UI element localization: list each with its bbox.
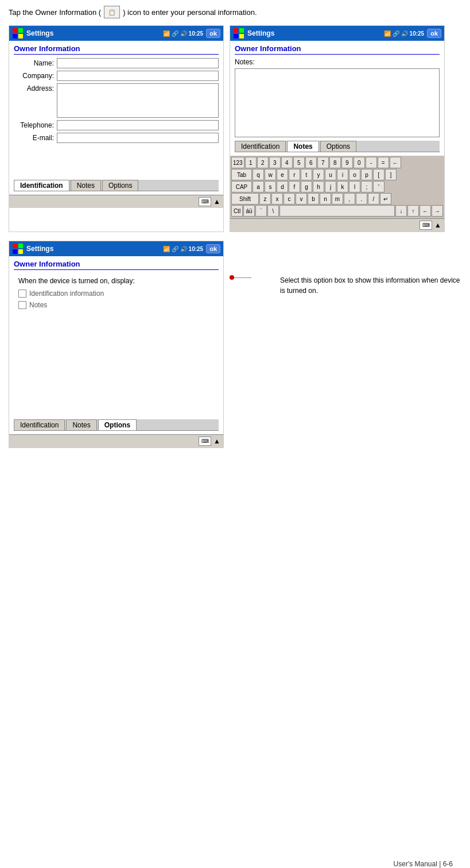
kb-key-y[interactable]: y — [313, 169, 324, 180]
keyboard-icon[interactable]: ⌨ — [199, 197, 211, 206]
kb-key-d[interactable]: d — [277, 181, 288, 192]
screen2-title: Settings — [247, 29, 384, 37]
screen3-tab-options[interactable]: Options — [98, 419, 137, 430]
kb-key-m[interactable]: m — [332, 193, 343, 205]
kb-key-period[interactable]: . — [356, 193, 367, 205]
company-input[interactable] — [57, 71, 219, 81]
kb-key-3[interactable]: 3 — [269, 157, 281, 168]
kb-key-z[interactable]: z — [259, 193, 271, 205]
kb-key-tab[interactable]: Tab — [231, 169, 252, 180]
kb-key-6[interactable]: 6 — [305, 157, 317, 168]
screen2-ok-button[interactable]: ok — [427, 29, 441, 38]
screen3-tab-notes[interactable]: Notes — [66, 419, 96, 430]
kb-key-left[interactable]: ← — [419, 205, 431, 217]
kb-key-x[interactable]: x — [271, 193, 283, 205]
svg-rect-9 — [18, 244, 23, 248]
kb-key-g[interactable]: g — [301, 181, 312, 192]
kb-key-l[interactable]: l — [349, 181, 360, 192]
screen3-scroll-up-icon[interactable]: ▲ — [213, 437, 220, 445]
screen3-ok-button[interactable]: ok — [206, 244, 220, 253]
screen1-body: Owner Information Name: Company: Address… — [9, 41, 223, 195]
screen1-tab-notes[interactable]: Notes — [71, 180, 101, 191]
name-input[interactable] — [57, 58, 219, 68]
kb-key-rbracket[interactable]: ] — [385, 169, 397, 180]
kb-key-b[interactable]: b — [308, 193, 319, 205]
kb-key-ctl[interactable]: Ctl — [231, 205, 243, 217]
kb-key-w[interactable]: w — [265, 169, 276, 180]
screen2-status: 📶 🔗 🔊 10:25 — [384, 30, 425, 37]
kb-key-v[interactable]: v — [296, 193, 307, 205]
kb-key-0[interactable]: 0 — [354, 157, 365, 168]
kb-key-8[interactable]: 8 — [329, 157, 341, 168]
svg-rect-6 — [234, 34, 238, 38]
screen3-keyboard-icon[interactable]: ⌨ — [199, 437, 211, 446]
screen2-tab-bar: Identification Notes Options — [235, 141, 440, 152]
kb-key-r[interactable]: r — [289, 169, 300, 180]
notes-textarea[interactable] — [235, 68, 440, 137]
screen2-windows-logo-icon — [233, 28, 244, 39]
kb-key-space[interactable] — [279, 205, 395, 217]
kb-key-backspace[interactable]: ← — [390, 157, 401, 168]
kb-key-1[interactable]: 1 — [245, 157, 257, 168]
kb-key-5[interactable]: 5 — [293, 157, 305, 168]
kb-key-2[interactable]: 2 — [257, 157, 269, 168]
screen2-scroll-up-icon[interactable]: ▲ — [434, 221, 441, 229]
kb-key-down[interactable]: ↓ — [395, 205, 407, 217]
kb-key-cap[interactable]: CAP — [231, 181, 252, 192]
scroll-up-icon[interactable]: ▲ — [213, 198, 220, 206]
kb-key-u[interactable]: u — [325, 169, 336, 180]
screen3-volume-icon: 🔊 — [180, 246, 187, 252]
kb-key-up[interactable]: ↑ — [407, 205, 419, 217]
kb-key-slash[interactable]: / — [368, 193, 379, 205]
kb-key-backtick[interactable]: ` — [255, 205, 267, 217]
kb-key-s[interactable]: s — [265, 181, 276, 192]
email-row: E-mail: — [14, 133, 219, 143]
kb-key-k[interactable]: k — [337, 181, 348, 192]
kb-key-enter[interactable]: ↵ — [380, 193, 391, 205]
kb-key-comma[interactable]: , — [344, 193, 355, 205]
kb-key-t[interactable]: t — [301, 169, 312, 180]
kb-key-9[interactable]: 9 — [341, 157, 353, 168]
screen1-titlebar: Settings 📶 🔗 🔊 10:25 ok — [9, 26, 223, 41]
kb-key-lbracket[interactable]: [ — [373, 169, 384, 180]
screen1-tab-options[interactable]: Options — [102, 180, 138, 191]
page-footer: User's Manual | 6-6 — [394, 860, 453, 868]
kb-key-right[interactable]: → — [432, 205, 443, 217]
screen3-network-icon: 🔗 — [172, 246, 178, 252]
kb-key-p[interactable]: p — [361, 169, 372, 180]
kb-key-h[interactable]: h — [313, 181, 324, 192]
screen3-tab-identification[interactable]: Identification — [14, 419, 65, 430]
kb-key-o[interactable]: o — [349, 169, 360, 180]
kb-key-i[interactable]: i — [337, 169, 348, 180]
kb-key-123[interactable]: 123 — [231, 157, 244, 168]
notes-checkbox[interactable] — [18, 301, 26, 309]
kb-key-minus[interactable]: - — [366, 157, 377, 168]
kb-key-c[interactable]: c — [283, 193, 295, 205]
address-input[interactable] — [57, 83, 219, 118]
kb-key-semicolon[interactable]: ; — [361, 181, 372, 192]
kb-key-7[interactable]: 7 — [317, 157, 329, 168]
kb-key-e[interactable]: e — [277, 169, 288, 180]
kb-key-accent[interactable]: áü — [243, 205, 255, 217]
email-input[interactable] — [57, 133, 219, 143]
screen2-tab-options[interactable]: Options — [320, 141, 356, 152]
screen2-keyboard-icon[interactable]: ⌨ — [419, 221, 432, 230]
kb-key-shift[interactable]: Shift — [231, 193, 259, 205]
kb-key-quote[interactable]: ' — [373, 181, 384, 192]
kb-row-4: Shift z x c v b n m , . / ↵ — [231, 193, 443, 205]
kb-key-equals[interactable]: = — [378, 157, 389, 168]
telephone-input[interactable] — [57, 120, 219, 130]
kb-key-4[interactable]: 4 — [281, 157, 293, 168]
kb-key-a[interactable]: a — [253, 181, 264, 192]
kb-key-f[interactable]: f — [289, 181, 300, 192]
kb-key-backslash[interactable]: \ — [267, 205, 279, 217]
screen1-ok-button[interactable]: ok — [206, 29, 220, 38]
kb-key-n[interactable]: n — [320, 193, 331, 205]
screen2-tab-notes[interactable]: Notes — [287, 141, 318, 152]
kb-row-1: 123 1 2 3 4 5 6 7 8 9 0 - = ← — [231, 157, 443, 168]
identification-checkbox[interactable] — [18, 290, 26, 298]
kb-key-q[interactable]: q — [253, 169, 264, 180]
screen2-tab-identification[interactable]: Identification — [235, 141, 286, 152]
screen1-tab-identification[interactable]: Identification — [14, 180, 69, 191]
kb-key-j[interactable]: j — [325, 181, 336, 192]
